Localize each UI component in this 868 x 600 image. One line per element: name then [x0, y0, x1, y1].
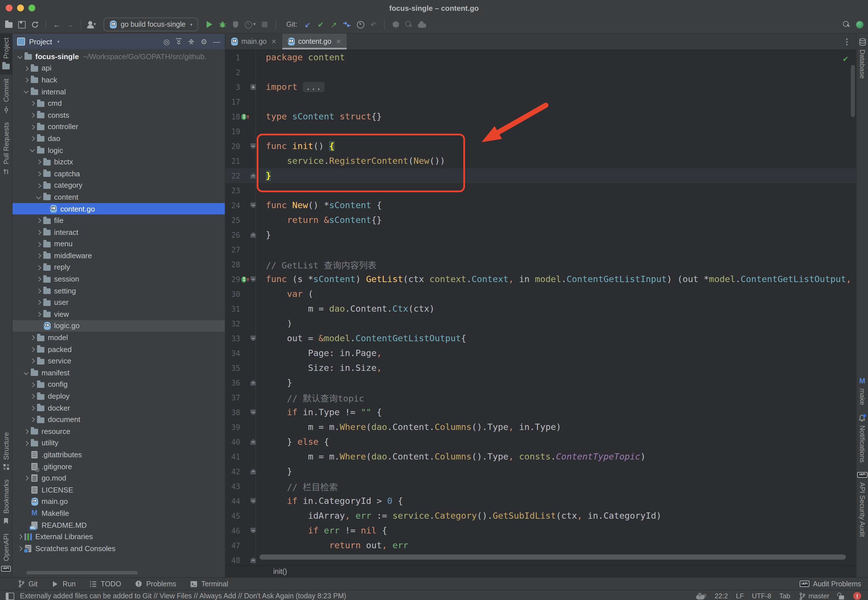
- tree-item-cmd[interactable]: cmd: [12, 97, 225, 109]
- chevron-down-icon[interactable]: [35, 196, 42, 198]
- line-number[interactable]: 24: [225, 201, 241, 209]
- tool-window-button-structure[interactable]: Structure: [0, 428, 12, 476]
- tree-item-external-libraries[interactable]: External Libraries: [12, 531, 225, 542]
- tree-item-dao[interactable]: dao: [12, 132, 225, 144]
- chevron-right-icon[interactable]: [22, 66, 30, 70]
- tree-item-.gitattributes[interactable]: .gitattributes: [12, 449, 225, 461]
- chevron-right-icon[interactable]: [35, 265, 42, 269]
- tree-item-scratches-and-consoles[interactable]: Scratches and Consoles: [12, 542, 225, 554]
- line-number[interactable]: 34: [225, 349, 241, 358]
- chevron-right-icon[interactable]: [29, 418, 36, 421]
- tree-item-license[interactable]: LICENSE: [12, 484, 225, 495]
- line-number[interactable]: 36: [225, 379, 241, 387]
- line-number[interactable]: 3: [225, 83, 241, 91]
- line-number[interactable]: 32: [225, 319, 241, 328]
- close-window-button[interactable]: [6, 5, 12, 11]
- status-message[interactable]: Externally added files can be added to G…: [20, 592, 347, 600]
- fold-start-icon[interactable]: −: [251, 528, 256, 533]
- chevron-right-icon[interactable]: [35, 301, 42, 304]
- chevron-right-icon[interactable]: [35, 183, 42, 187]
- tree-item-logic[interactable]: logic: [12, 144, 225, 156]
- tree-item-controller[interactable]: controller: [12, 121, 225, 132]
- line-number[interactable]: 26: [225, 230, 241, 239]
- tree-item-reply[interactable]: reply: [12, 261, 225, 273]
- fold-start-icon[interactable]: −: [251, 498, 256, 504]
- tree-item-middleware[interactable]: middleware: [12, 250, 225, 261]
- line-number[interactable]: 18: [225, 112, 241, 121]
- tool-window-button-terminal[interactable]: Terminal: [190, 579, 228, 588]
- cloud-settings-icon[interactable]: ⚙: [696, 591, 707, 600]
- line-number[interactable]: 2: [225, 68, 241, 76]
- fold-end-icon[interactable]: −: [251, 439, 256, 445]
- chevron-down-icon[interactable]: [16, 55, 23, 58]
- run-configuration-select[interactable]: go build focus-single ▾: [103, 18, 198, 31]
- line-number[interactable]: 1: [225, 53, 241, 62]
- tool-window-button-problems[interactable]: Problems: [135, 579, 176, 588]
- line-number[interactable]: 21: [225, 157, 241, 165]
- chevron-right-icon[interactable]: [22, 429, 30, 433]
- line-number[interactable]: 35: [225, 364, 241, 372]
- fold-expand-icon[interactable]: +: [251, 84, 256, 90]
- tree-item-bizctx[interactable]: bizctx: [12, 156, 225, 168]
- tool-window-button-commit[interactable]: Commit: [0, 75, 12, 118]
- tree-item-focus-single[interactable]: focus-single~/Workspace/Go/GOPATH/src/gi…: [12, 51, 225, 62]
- line-number[interactable]: 46: [225, 526, 241, 535]
- layout-icon[interactable]: [6, 591, 14, 600]
- sync-icon[interactable]: [31, 20, 39, 29]
- line-number[interactable]: 22: [225, 171, 241, 180]
- tree-item-user[interactable]: user: [12, 297, 225, 308]
- implementation-marker-icon[interactable]: I↑: [241, 276, 249, 283]
- chevron-right-icon[interactable]: [35, 312, 42, 316]
- tree-item-document[interactable]: document: [12, 414, 225, 426]
- tool-window-button-pull-requests[interactable]: Pull Requests: [0, 118, 12, 180]
- line-number[interactable]: 19: [225, 127, 241, 136]
- fold-end-icon[interactable]: −: [251, 380, 256, 386]
- chevron-right-icon[interactable]: [35, 242, 42, 246]
- tree-item-api[interactable]: api: [12, 62, 225, 74]
- tree-item-content.go[interactable]: content.go: [12, 203, 225, 214]
- chevron-right-icon[interactable]: [29, 359, 36, 363]
- fold-start-icon[interactable]: −: [251, 203, 256, 208]
- user-icon[interactable]: ▾: [88, 20, 96, 29]
- editor-vertical-scrollbar[interactable]: [851, 65, 855, 117]
- tree-item-hack[interactable]: hack: [12, 74, 225, 86]
- line-number[interactable]: 17: [225, 97, 241, 106]
- chevron-right-icon[interactable]: [29, 136, 36, 140]
- tree-item-utility[interactable]: utility: [12, 437, 225, 449]
- tree-item-service[interactable]: service: [12, 355, 225, 367]
- update-project-icon[interactable]: ↙: [304, 20, 312, 29]
- fold-end-icon[interactable]: −: [251, 558, 256, 563]
- tree-item-logic.go[interactable]: logic.go: [12, 320, 225, 332]
- tab-options-icon[interactable]: ⋮: [843, 37, 856, 46]
- editor-tab-main-go[interactable]: main.go✕: [225, 33, 282, 50]
- tree-item-interact[interactable]: interact: [12, 226, 225, 238]
- tree-item-go.mod[interactable]: go.mod: [12, 472, 225, 484]
- line-number[interactable]: 38: [225, 408, 241, 417]
- push-icon[interactable]: ↗: [330, 20, 338, 29]
- line-number[interactable]: 43: [225, 482, 241, 491]
- chevron-right-icon[interactable]: [35, 277, 42, 281]
- fold-end-icon[interactable]: −: [251, 232, 256, 238]
- tree-item-makefile[interactable]: MMakefile: [12, 507, 225, 519]
- zoom-window-button[interactable]: [29, 5, 35, 11]
- line-number[interactable]: 29: [225, 275, 241, 283]
- chevron-right-icon[interactable]: [29, 406, 36, 410]
- line-number[interactable]: 31: [225, 305, 241, 313]
- minimize-window-button[interactable]: [17, 5, 24, 11]
- line-number[interactable]: 48: [225, 556, 241, 564]
- tree-item-manifest[interactable]: manifest: [12, 367, 225, 379]
- close-icon[interactable]: ✕: [271, 38, 276, 45]
- tool-window-button-openapi[interactable]: OpenAPI/API: [0, 530, 12, 577]
- line-separator[interactable]: LF: [736, 592, 744, 600]
- chevron-right-icon[interactable]: [22, 78, 30, 82]
- fold-end-icon[interactable]: −: [251, 469, 256, 474]
- tree-item-model[interactable]: model: [12, 332, 225, 344]
- debug-icon[interactable]: [219, 20, 227, 29]
- tool-window-button-git[interactable]: Git: [17, 579, 38, 588]
- tool-window-button-bookmarks[interactable]: Bookmarks: [0, 476, 12, 530]
- inspections-ok-icon[interactable]: ✔: [843, 53, 848, 64]
- chevron-right-icon[interactable]: [35, 219, 42, 223]
- chevron-down-icon[interactable]: [29, 149, 36, 151]
- tree-item-config[interactable]: config: [12, 379, 225, 390]
- editor-horizontal-scrollbar[interactable]: [260, 555, 846, 560]
